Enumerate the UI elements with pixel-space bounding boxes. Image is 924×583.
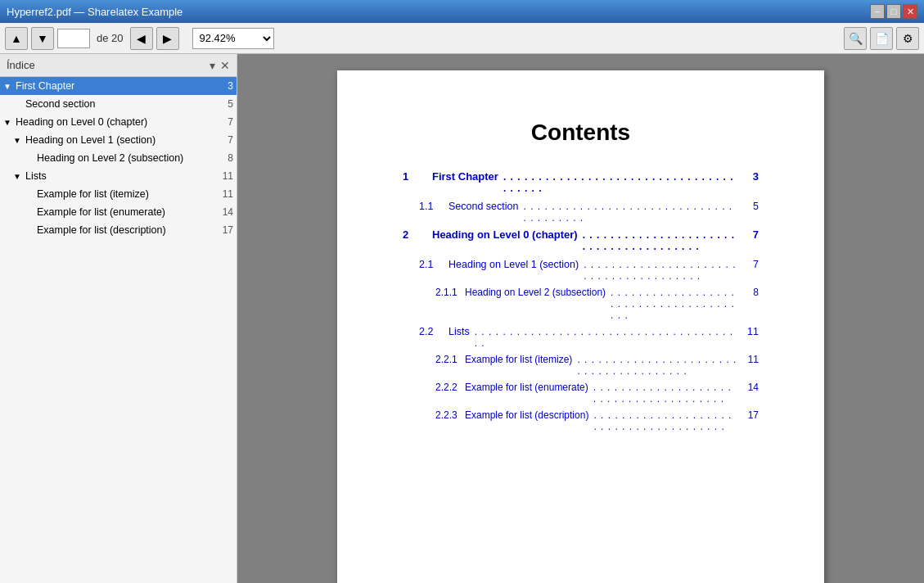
sidebar-title: Índice (7, 59, 35, 71)
sidebar: Índice ▾ ✕ ▼First Chapter3Second section… (0, 54, 237, 583)
minimize-button[interactable]: − (870, 4, 885, 19)
tree-toggle-icon[interactable]: ▼ (3, 118, 13, 127)
toc-dots: . . . . . . . . . . . . . . . . . . . . … (475, 326, 737, 349)
pdf-page: Contents 1First Chapter . . . . . . . . … (337, 70, 824, 583)
sidebar-item-page: 7 (219, 134, 233, 146)
sidebar-item-page: 14 (219, 206, 233, 218)
sidebar-item-label: Example for list (description) (37, 224, 166, 236)
toc-label[interactable]: Heading on Level 2 (subsection) (465, 287, 606, 298)
toc-num: 2.2.2 (435, 382, 465, 393)
sidebar-tree-item-0[interactable]: ▼First Chapter3 (0, 77, 237, 95)
sidebar-item-label: Heading on Level 1 (section) (25, 134, 156, 146)
sidebar-header: Índice ▾ ✕ (0, 54, 237, 77)
toc-label[interactable]: Heading on Level 1 (section) (448, 259, 579, 270)
sidebar-tree-item-1[interactable]: Second section5 (0, 95, 237, 113)
settings-button[interactable]: ⚙ (896, 27, 919, 50)
document-button[interactable]: 📄 (870, 27, 893, 50)
toc-num: 1 (403, 170, 432, 183)
toolbar-right: 🔍 📄 ⚙ (844, 27, 919, 50)
toc-entry[interactable]: 2.1Heading on Level 1 (section) . . . . … (403, 259, 759, 282)
titlebar-title: Hyperref2.pdf — Sharelatex Example (7, 6, 183, 18)
toc-num: 2.1.1 (435, 287, 465, 298)
toc-dots: . . . . . . . . . . . . . . . . . . . . … (593, 409, 737, 432)
zoom-select[interactable]: 92.42% 50% 75% 100% 125% 150% (192, 28, 274, 49)
sidebar-item-page: 5 (219, 98, 233, 110)
titlebar: Hyperref2.pdf — Sharelatex Example − □ ✕ (0, 0, 924, 23)
tree-toggle-icon[interactable]: ▼ (13, 136, 23, 145)
sidebar-tree-item-2[interactable]: ▼Heading on Level 0 (chapter)7 (0, 113, 237, 131)
sidebar-item-page: 11 (219, 170, 233, 182)
toc-container: 1First Chapter . . . . . . . . . . . . .… (403, 170, 759, 432)
sidebar-item-label: First Chapter (16, 80, 74, 92)
toc-dots: . . . . . . . . . . . . . . . . . . . . … (503, 171, 737, 194)
titlebar-buttons: − □ ✕ (870, 4, 917, 19)
scroll-down-button[interactable]: ▼ (31, 27, 54, 50)
toc-page: 8 (742, 287, 759, 298)
sidebar-item-label: Lists (25, 170, 47, 182)
toc-page: 14 (742, 382, 759, 393)
toc-num: 2.2.1 (435, 354, 465, 365)
main-area: Índice ▾ ✕ ▼First Chapter3Second section… (0, 54, 924, 583)
toc-num: 1.1 (419, 201, 448, 212)
sidebar-item-label: Second section (25, 98, 95, 110)
toc-entry[interactable]: 2.2.3Example for list (description) . . … (403, 409, 759, 432)
sidebar-item-page: 17 (219, 224, 233, 236)
prev-page-button[interactable]: ◀ (130, 27, 153, 50)
sidebar-tree-item-3[interactable]: ▼Heading on Level 1 (section)7 (0, 131, 237, 149)
toc-entry[interactable]: 1.1Second section . . . . . . . . . . . … (403, 201, 759, 224)
toc-page: 7 (742, 259, 759, 270)
toc-page: 5 (742, 201, 759, 212)
toc-entry[interactable]: 2Heading on Level 0 (chapter) . . . . . … (403, 228, 759, 252)
toc-label[interactable]: Lists (448, 326, 470, 337)
toc-label[interactable]: Example for list (itemize) (465, 354, 572, 365)
toc-num: 2.1 (419, 259, 448, 270)
toc-dots: . . . . . . . . . . . . . . . . . . . . … (584, 259, 737, 282)
sidebar-item-page: 3 (219, 80, 233, 92)
toc-label[interactable]: Second section (448, 201, 518, 212)
toc-label[interactable]: Example for list (description) (465, 409, 588, 421)
toc-num: 2 (403, 228, 432, 241)
sidebar-tree-item-7[interactable]: Example for list (enumerate)14 (0, 203, 237, 221)
toc-dots: . . . . . . . . . . . . . . . . . . . . … (611, 287, 737, 321)
page-total: de 20 (93, 32, 127, 44)
maximize-button[interactable]: □ (886, 4, 901, 19)
toc-entry[interactable]: 1First Chapter . . . . . . . . . . . . .… (403, 170, 759, 194)
toc-entry[interactable]: 2.2.1Example for list (itemize) . . . . … (403, 354, 759, 377)
toc-entry[interactable]: 2.2Lists . . . . . . . . . . . . . . . .… (403, 326, 759, 349)
sidebar-tree-item-5[interactable]: ▼Lists11 (0, 167, 237, 185)
toc-dots: . . . . . . . . . . . . . . . . . . . . … (583, 229, 737, 252)
sidebar-item-label: Heading on Level 0 (chapter) (16, 116, 147, 128)
toc-label[interactable]: First Chapter (432, 170, 498, 183)
toc-dots: . . . . . . . . . . . . . . . . . . . . … (593, 382, 737, 404)
sidebar-tree-item-8[interactable]: Example for list (description)17 (0, 221, 237, 239)
toc-label[interactable]: Example for list (enumerate) (465, 382, 588, 393)
toc-page: 3 (742, 170, 759, 183)
sidebar-item-page: 8 (219, 152, 233, 164)
pdf-content-area[interactable]: Contents 1First Chapter . . . . . . . . … (237, 54, 924, 583)
sidebar-expand-icon[interactable]: ▾ (210, 59, 215, 72)
sidebar-tree-item-6[interactable]: Example for list (itemize)11 (0, 185, 237, 203)
toc-entry[interactable]: 2.2.2Example for list (enumerate) . . . … (403, 382, 759, 404)
sidebar-item-label: Example for list (itemize) (37, 188, 149, 200)
sidebar-item-label: Example for list (enumerate) (37, 206, 165, 218)
sidebar-item-page: 7 (219, 116, 233, 128)
toc-label[interactable]: Heading on Level 0 (chapter) (432, 228, 578, 241)
toc-dots: . . . . . . . . . . . . . . . . . . . . … (523, 201, 737, 224)
toolbar: ▲ ▼ 1 de 20 ◀ ▶ 92.42% 50% 75% 100% 125%… (0, 23, 924, 54)
toc-page: 17 (742, 409, 759, 421)
search-button[interactable]: 🔍 (844, 27, 867, 50)
sidebar-tree-item-4[interactable]: Heading on Level 2 (subsection)8 (0, 149, 237, 167)
next-page-button[interactable]: ▶ (156, 27, 179, 50)
sidebar-close-icon[interactable]: ✕ (220, 59, 230, 72)
close-button[interactable]: ✕ (903, 4, 917, 19)
toc-num: 2.2 (419, 326, 448, 337)
toc-page: 11 (742, 354, 759, 365)
scroll-up-button[interactable]: ▲ (5, 27, 28, 50)
sidebar-tree: ▼First Chapter3Second section5▼Heading o… (0, 77, 237, 583)
toc-entry[interactable]: 2.1.1Heading on Level 2 (subsection) . .… (403, 287, 759, 321)
page-number-input[interactable]: 1 (57, 29, 90, 48)
toc-page: 7 (742, 228, 759, 241)
tree-toggle-icon[interactable]: ▼ (3, 82, 13, 91)
toc-dots: . . . . . . . . . . . . . . . . . . . . … (577, 354, 737, 377)
tree-toggle-icon[interactable]: ▼ (13, 172, 23, 181)
